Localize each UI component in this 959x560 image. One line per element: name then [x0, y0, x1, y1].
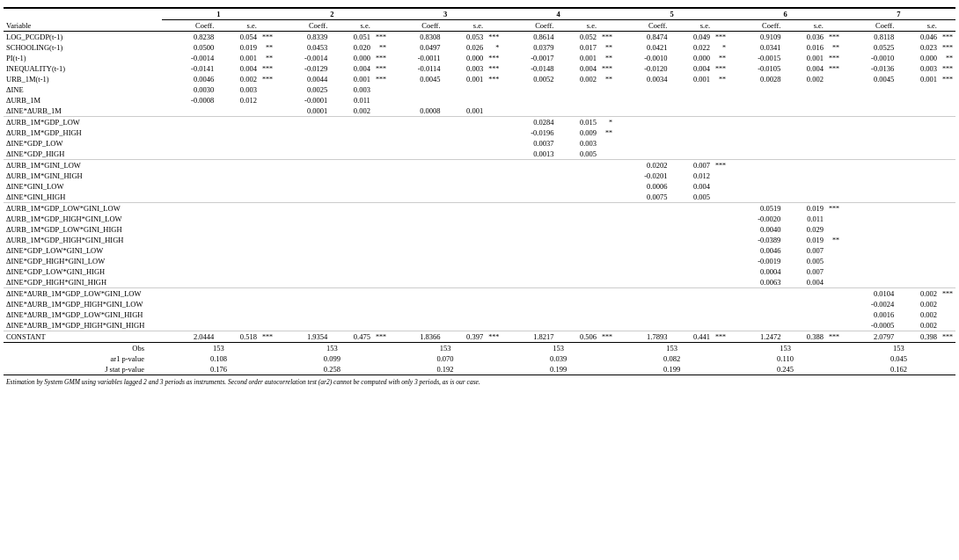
data-cell-c5: [615, 256, 670, 266]
data-cell-c2: [275, 320, 330, 331]
table-row: ΔINE*GDP_LOW*GINI_HIGH0.00040.007: [4, 266, 955, 277]
table-note: Estimation by System GMM using variables…: [4, 375, 955, 387]
data-cell-c7: [842, 181, 897, 192]
data-cell-c1: [162, 309, 216, 320]
table-row: ΔINE0.00300.0030.00250.003: [4, 84, 955, 95]
data-cell-c6: [728, 309, 783, 320]
data-cell-s7: [897, 95, 940, 105]
data-cell-c6: [728, 320, 783, 331]
data-cell-s3: [443, 235, 487, 245]
data-cell-sig4: [599, 320, 615, 331]
data-cell-c7: [842, 214, 897, 224]
data-cell-s3: [443, 171, 487, 181]
data-cell-c7: 0.0525: [842, 42, 897, 53]
data-cell-sig2: ***: [373, 32, 389, 43]
data-cell-sig3: [486, 309, 501, 320]
data-cell-c4: [501, 214, 556, 224]
data-cell-c5: [615, 105, 670, 117]
variable-cell: ΔINE*GDP_LOW*GINI_HIGH: [4, 266, 162, 277]
data-cell-sig7: [940, 320, 955, 331]
model-4-header: 4: [501, 8, 615, 20]
data-cell-sig5: [713, 149, 728, 160]
data-cell-c5: 0.0034: [615, 74, 670, 84]
data-cell-c6: 0.0519: [728, 203, 783, 215]
data-cell-c5: [615, 309, 670, 320]
variable-cell: ΔINE*GDP_LOW*GINI_LOW: [4, 245, 162, 256]
data-cell-s7: [897, 117, 940, 128]
data-cell-c4: [501, 245, 556, 256]
data-cell-c1: [162, 288, 216, 300]
data-cell-c1: -0.0008: [162, 95, 216, 105]
data-cell-sig7: [940, 299, 955, 309]
coeff5-header: Coeff.: [615, 20, 670, 32]
data-cell-c3: [389, 84, 443, 95]
data-cell-c2: [275, 277, 330, 288]
data-cell-s3: 0.397: [443, 331, 487, 343]
data-cell-s2: [330, 277, 373, 288]
variable-cell: ΔINE*ΔURB_1M*GDP_HIGH*GINI_HIGH: [4, 320, 162, 331]
data-cell-sig5: [713, 309, 728, 320]
data-cell-c2: [275, 160, 330, 171]
data-cell-sig3: [486, 277, 501, 288]
data-cell-c4: -0.0196: [501, 127, 556, 138]
data-cell-s4: [557, 288, 600, 300]
data-cell-c4: 0.0284: [501, 117, 556, 128]
data-cell-c7: [842, 160, 897, 171]
data-cell-sig2: ***: [373, 63, 389, 74]
data-cell-c1: 0.0030: [162, 84, 216, 95]
data-cell-sig5: [713, 245, 728, 256]
data-cell-s7: 0.003: [897, 63, 940, 74]
data-cell-sig3: [486, 235, 501, 245]
data-cell-c1: -0.0141: [162, 63, 216, 74]
variable-cell: ΔINE*ΔURB_1M*GDP_LOW*GINI_HIGH: [4, 309, 162, 320]
data-cell-sig2: [373, 117, 389, 128]
data-cell-sig4: [599, 95, 615, 105]
table-row: ΔINE*GDP_LOW*GINI_LOW0.00460.007: [4, 245, 955, 256]
data-cell-c4: [501, 288, 556, 300]
data-cell-sig7: [940, 224, 955, 235]
data-cell-s7: 0.000: [897, 53, 940, 63]
data-cell-sig4: [599, 171, 615, 181]
data-cell-s5: 0.007: [670, 160, 713, 171]
data-cell-c3: -0.0011: [389, 53, 443, 63]
data-cell-c2: 0.0025: [275, 84, 330, 95]
variable-cell: ΔURB_1M*GDP_HIGH: [4, 127, 162, 138]
data-cell-sig3: [486, 266, 501, 277]
data-cell-sig7: [940, 245, 955, 256]
data-cell-s2: [330, 288, 373, 300]
data-cell-s5: [670, 277, 713, 288]
table-row: ΔURB_1M*GDP_HIGH-0.01960.009**: [4, 127, 955, 138]
stats-value: 153: [275, 343, 389, 353]
data-cell-sig1: [260, 117, 275, 128]
data-cell-c3: [389, 138, 443, 149]
stats-value: 0.192: [389, 364, 501, 375]
data-cell-s5: 0.005: [670, 192, 713, 203]
data-cell-sig4: ***: [599, 32, 615, 43]
data-cell-s3: [443, 203, 487, 215]
data-cell-sig1: [260, 309, 275, 320]
data-cell-s6: 0.019: [783, 203, 826, 215]
data-cell-s1: 0.001: [216, 53, 260, 63]
variable-cell: ΔURB_1M*GINI_HIGH: [4, 171, 162, 181]
data-cell-s7: 0.002: [897, 299, 940, 309]
variable-cell: ΔINE*GDP_HIGH: [4, 149, 162, 160]
data-cell-s1: [216, 192, 260, 203]
data-cell-c3: [389, 320, 443, 331]
data-cell-sig5: ***: [713, 331, 728, 343]
data-cell-s5: [670, 266, 713, 277]
model-6-header: 6: [728, 8, 842, 20]
data-cell-sig3: ***: [486, 74, 501, 84]
stats-value: 0.176: [162, 364, 275, 375]
data-cell-c6: [728, 138, 783, 149]
data-cell-c4: [501, 105, 556, 117]
data-cell-sig2: ***: [373, 53, 389, 63]
table-row: ΔINE*ΔURB_1M0.00010.0020.00080.001: [4, 105, 955, 117]
data-cell-c4: [501, 160, 556, 171]
data-cell-c7: 0.0045: [842, 74, 897, 84]
data-cell-c7: [842, 235, 897, 245]
data-cell-c1: [162, 203, 216, 215]
data-cell-c4: [501, 192, 556, 203]
data-cell-c2: [275, 245, 330, 256]
data-cell-s3: [443, 288, 487, 300]
data-cell-s1: [216, 288, 260, 300]
